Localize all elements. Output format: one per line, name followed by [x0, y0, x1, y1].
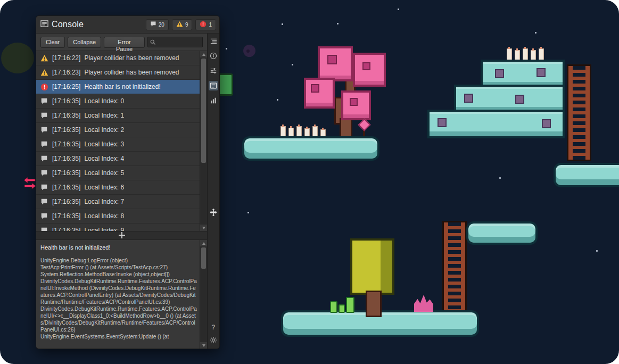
log-timestamp: [17:16:35]: [52, 184, 80, 191]
log-timestamp: [17:16:25]: [52, 83, 80, 90]
info-icon[interactable]: [209, 52, 218, 60]
log-detail-pane[interactable]: Health bar is not initialized! UnityEngi…: [36, 240, 200, 349]
scroll-up-button[interactable]: [200, 240, 207, 246]
error-icon: [40, 83, 48, 91]
log-row[interactable]: [17:16:22] Player collider has been remo…: [36, 51, 200, 65]
ladder-sprite: [568, 66, 590, 160]
error-count: 1: [209, 22, 212, 28]
console-toggle-button[interactable]: [22, 176, 37, 190]
log-list[interactable]: [17:16:22] Player collider has been remo…: [36, 51, 200, 231]
sliders-icon[interactable]: [209, 67, 218, 75]
log-row[interactable]: [17:16:35] Local Index: 3: [36, 137, 200, 152]
log-message: Local Index: 1: [84, 112, 124, 119]
console-titlebar[interactable]: Console 20 9 1: [36, 16, 219, 34]
app-window: Console 20 9 1 Clear: [0, 0, 619, 364]
warning-icon: [176, 21, 183, 29]
log-row[interactable]: [17:16:35] Local Index: 0: [36, 94, 200, 109]
panel-title: Console: [52, 20, 84, 29]
platform-sprite: [554, 163, 619, 187]
console-panel: Console 20 9 1 Clear: [36, 16, 219, 349]
sprout-sprite: [330, 301, 337, 313]
log-row[interactable]: [17:16:23] Player collider has been remo…: [36, 65, 200, 80]
message-bubble-icon: [40, 198, 48, 206]
log-message: Local Index: 2: [84, 126, 124, 134]
clear-button[interactable]: Clear: [40, 37, 65, 48]
planet-sprite: [243, 45, 255, 57]
log-message: Local Index: 7: [84, 198, 124, 205]
swap-arrows-icon: [23, 176, 37, 190]
console-title-icon: [40, 20, 48, 30]
log-row[interactable]: [17:16:25] Health bar is not initialized…: [36, 80, 200, 94]
console-tab-icon[interactable]: [209, 81, 218, 90]
star-sprite: [596, 250, 598, 252]
ladder-sprite: [444, 222, 465, 312]
log-list-container: [17:16:22] Player collider has been remo…: [36, 51, 207, 231]
warning-count-badge[interactable]: 9: [172, 19, 193, 30]
candles-sprite: [507, 49, 544, 60]
sprout-sprite: [339, 304, 345, 313]
message-bubble-icon: [150, 21, 156, 28]
console-toolbar: Clear Collapse Error Pause: [36, 34, 207, 51]
log-row[interactable]: [17:16:35] Local Index: 4: [36, 152, 200, 166]
scroll-down-button[interactable]: [200, 225, 207, 231]
scroll-up-button[interactable]: [200, 51, 207, 57]
star-sprite: [398, 9, 399, 10]
gear-icon[interactable]: [209, 336, 218, 344]
scroll-thumb[interactable]: [201, 247, 206, 269]
log-timestamp: [17:16:35]: [52, 112, 80, 119]
log-row[interactable]: [17:16:35] Local Index: 7: [36, 195, 200, 209]
log-message: Player collider has been removed: [84, 54, 179, 62]
log-scrollbar[interactable]: [200, 51, 207, 231]
log-timestamp: [17:16:35]: [52, 140, 80, 148]
log-count-badge[interactable]: 20: [146, 19, 169, 30]
message-bubble-icon: [40, 227, 48, 231]
star-sprite: [277, 99, 278, 101]
star-sprite: [292, 64, 293, 65]
message-bubble-icon: [40, 126, 48, 134]
log-timestamp: [17:16:35]: [52, 97, 80, 105]
log-message: Local Index: 3: [84, 140, 124, 148]
log-row[interactable]: [17:16:35] Local Index: 5: [36, 166, 200, 180]
yellow-tree-trunk: [366, 291, 382, 317]
detail-scrollbar[interactable]: [200, 240, 207, 349]
message-bubble-icon: [40, 97, 48, 105]
help-icon[interactable]: ?: [209, 323, 218, 332]
warning-icon: [40, 54, 48, 62]
log-row[interactable]: [17:16:35] Local Index: 8: [36, 209, 200, 224]
planet-sprite: [1, 43, 34, 73]
message-bubble-icon: [40, 155, 48, 163]
scroll-thumb[interactable]: [201, 59, 206, 163]
log-timestamp: [17:16:35]: [52, 198, 80, 205]
star-sprite: [337, 23, 339, 24]
star-sprite: [499, 177, 501, 179]
detail-title: Health bar is not initialized!: [40, 244, 197, 251]
platform-sprite: [466, 221, 538, 245]
star-sprite: [247, 212, 249, 213]
log-row[interactable]: [17:16:35] Local Index: 2: [36, 123, 200, 137]
collapse-button[interactable]: Collapse: [68, 37, 101, 48]
log-row[interactable]: [17:16:35] Local Index: 1: [36, 109, 200, 123]
bush-sprite: [218, 73, 233, 96]
log-count-badges: 20 9 1: [146, 19, 216, 30]
log-message: Local Index: 9: [84, 227, 124, 231]
log-timestamp: [17:16:35]: [52, 155, 80, 162]
message-bubble-icon: [40, 112, 48, 120]
list-view-icon[interactable]: [209, 37, 218, 45]
log-timestamp: [17:16:22]: [52, 54, 80, 62]
log-row[interactable]: [17:16:35] Local Index: 9: [36, 224, 200, 231]
error-pause-button[interactable]: Error Pause: [104, 37, 145, 48]
log-timestamp: [17:16:35]: [52, 126, 80, 134]
search-box: [147, 37, 203, 47]
log-row[interactable]: [17:16:35] Local Index: 6: [36, 180, 200, 195]
error-count-badge[interactable]: 1: [195, 19, 216, 30]
stats-icon[interactable]: [209, 96, 218, 105]
scroll-down-button[interactable]: [200, 342, 207, 349]
side-toolbar: ?: [207, 34, 219, 349]
panel-splitter[interactable]: [36, 231, 207, 240]
log-count: 20: [159, 22, 164, 28]
warning-count: 9: [185, 22, 188, 28]
star-sprite: [535, 32, 537, 34]
move-tool-icon[interactable]: [209, 208, 218, 217]
log-message: Health bar is not initialized!: [84, 83, 160, 90]
yellow-tree-sprite: [350, 238, 394, 295]
